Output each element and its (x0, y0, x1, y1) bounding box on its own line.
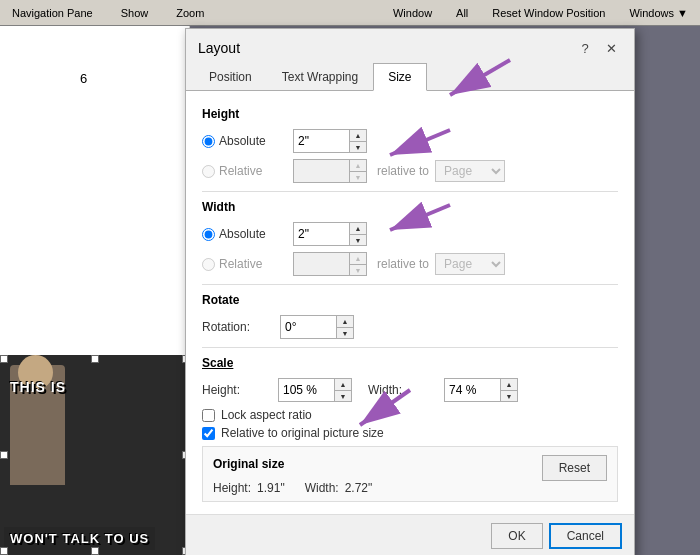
orig-size-title: Original size (213, 457, 284, 471)
selection-handle-bm (91, 547, 99, 555)
relative-to-orig-label[interactable]: Relative to original picture size (221, 426, 384, 440)
selection-handle-ml (0, 451, 8, 459)
scale-width-down-btn[interactable]: ▼ (501, 390, 517, 401)
orig-size-height-value: 1.91" (257, 481, 285, 495)
scale-height-spinner[interactable]: ▲ ▼ (278, 378, 352, 402)
dialog-title: Layout (198, 40, 240, 56)
dialog-body: Height Absolute ▲ ▼ Relative (186, 91, 634, 514)
rotate-scale-separator (202, 347, 618, 348)
width-relative-to-label: relative to (377, 257, 429, 271)
tab-bar: Position Text Wrapping Size (186, 63, 634, 91)
ok-button[interactable]: OK (491, 523, 542, 549)
height-width-separator (202, 191, 618, 192)
height-relative-label[interactable]: Relative (202, 164, 287, 178)
width-relative-to-select[interactable]: Page (435, 253, 505, 275)
width-absolute-down-btn[interactable]: ▼ (350, 234, 366, 245)
orig-size-width-item: Width: 2.72" (305, 481, 373, 495)
width-relative-spinner-buttons: ▲ ▼ (349, 253, 366, 275)
height-absolute-spinner[interactable]: ▲ ▼ (293, 129, 367, 153)
height-absolute-up-btn[interactable]: ▲ (350, 130, 366, 141)
scale-height-spinner-buttons: ▲ ▼ (334, 379, 351, 401)
meme-image: THIS IS WON'T TALK TO US (0, 355, 190, 555)
windows-item[interactable]: Windows ▼ (625, 5, 692, 21)
width-absolute-radio[interactable] (202, 228, 215, 241)
orig-size-header-row: Original size Reset (213, 453, 607, 481)
height-absolute-radio[interactable] (202, 135, 215, 148)
height-relative-to-label: relative to (377, 164, 429, 178)
width-absolute-up-btn[interactable]: ▲ (350, 223, 366, 234)
rotation-down-btn[interactable]: ▼ (337, 327, 353, 338)
width-relative-input[interactable] (294, 253, 349, 275)
rotation-input[interactable] (281, 316, 336, 338)
selection-handle-tm (91, 355, 99, 363)
scale-width-item: Width: ▲ ▼ (368, 378, 518, 402)
width-relative-row: Relative ▲ ▼ relative to Page (202, 252, 618, 276)
rotation-row: Rotation: ▲ ▼ (202, 315, 618, 339)
tab-size[interactable]: Size (373, 63, 426, 91)
show-item[interactable]: Show (117, 5, 153, 21)
tab-text-wrapping[interactable]: Text Wrapping (267, 63, 373, 91)
zoom-item[interactable]: Zoom (172, 5, 208, 21)
layout-dialog: Layout ? ✕ Position Text Wrapping Size H… (185, 28, 635, 555)
height-relative-row: Relative ▲ ▼ relative to Page (202, 159, 618, 183)
rotation-spinner-buttons: ▲ ▼ (336, 316, 353, 338)
rotation-up-btn[interactable]: ▲ (337, 316, 353, 327)
width-relative-label[interactable]: Relative (202, 257, 287, 271)
selection-handle-bl (0, 547, 8, 555)
scale-height-label: Height: (202, 383, 272, 397)
scale-height-input[interactable] (279, 379, 334, 401)
scale-width-label: Width: (368, 383, 438, 397)
scale-width-input[interactable] (445, 379, 500, 401)
help-button[interactable]: ? (574, 37, 596, 59)
width-relative-up-btn[interactable]: ▲ (350, 253, 366, 264)
orig-size-width-label: Width: (305, 481, 339, 495)
rotation-spinner[interactable]: ▲ ▼ (280, 315, 354, 339)
reset-window-item[interactable]: Reset Window Position (488, 5, 609, 21)
height-absolute-input[interactable] (294, 130, 349, 152)
orig-size-values-row: Height: 1.91" Width: 2.72" (213, 481, 607, 495)
tab-position[interactable]: Position (194, 63, 267, 91)
height-absolute-label[interactable]: Absolute (202, 134, 287, 148)
scale-width-up-btn[interactable]: ▲ (501, 379, 517, 390)
scale-height-down-btn[interactable]: ▼ (335, 390, 351, 401)
lock-aspect-label[interactable]: Lock aspect ratio (221, 408, 312, 422)
reset-button[interactable]: Reset (542, 455, 607, 481)
dialog-controls: ? ✕ (574, 37, 622, 59)
rotation-label: Rotation: (202, 320, 272, 334)
height-relative-down-btn[interactable]: ▼ (350, 171, 366, 182)
lock-aspect-checkbox[interactable] (202, 409, 215, 422)
dialog-titlebar: Layout ? ✕ (186, 29, 634, 63)
width-relative-radio[interactable] (202, 258, 215, 271)
meme-text-top: THIS IS (4, 375, 72, 399)
height-relative-spinner-buttons: ▲ ▼ (349, 160, 366, 182)
height-absolute-down-btn[interactable]: ▼ (350, 141, 366, 152)
height-relative-up-btn[interactable]: ▲ (350, 160, 366, 171)
scale-height-up-btn[interactable]: ▲ (335, 379, 351, 390)
width-relative-spinner: ▲ ▼ (293, 252, 367, 276)
relative-to-orig-checkbox[interactable] (202, 427, 215, 440)
scale-section-header: Scale (202, 356, 618, 370)
scale-width-spinner[interactable]: ▲ ▼ (444, 378, 518, 402)
relative-to-orig-row: Relative to original picture size (202, 426, 618, 440)
width-relative-down-btn[interactable]: ▼ (350, 264, 366, 275)
width-absolute-input[interactable] (294, 223, 349, 245)
close-button[interactable]: ✕ (600, 37, 622, 59)
selection-handle-tl (0, 355, 8, 363)
all-item[interactable]: All (452, 5, 472, 21)
window-item[interactable]: Window (389, 5, 436, 21)
original-size-section: Original size Reset Height: 1.91" Width:… (202, 446, 618, 502)
width-absolute-spinner[interactable]: ▲ ▼ (293, 222, 367, 246)
cancel-button[interactable]: Cancel (549, 523, 622, 549)
orig-size-width-value: 2.72" (345, 481, 373, 495)
height-relative-input[interactable] (294, 160, 349, 182)
page-number: 6 (80, 71, 87, 86)
scale-row: Height: ▲ ▼ Width: ▲ ▼ (202, 378, 618, 402)
height-absolute-row: Absolute ▲ ▼ (202, 129, 618, 153)
width-absolute-label[interactable]: Absolute (202, 227, 287, 241)
width-section-header: Width (202, 200, 618, 214)
nav-pane-item[interactable]: Navigation Pane (8, 5, 97, 21)
orig-size-height-label: Height: (213, 481, 251, 495)
height-relative-radio[interactable] (202, 165, 215, 178)
height-section-header: Height (202, 107, 618, 121)
height-relative-to-select[interactable]: Page (435, 160, 505, 182)
